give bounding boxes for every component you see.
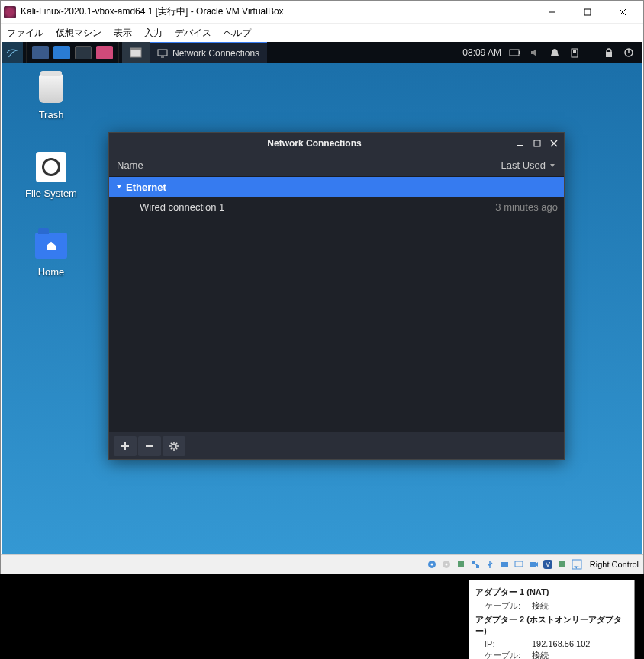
tooltip-cable-label: ケーブル: <box>485 600 532 612</box>
svg-line-29 <box>171 448 172 448</box>
svg-rect-39 <box>501 562 508 567</box>
nc-close-button[interactable] <box>549 138 559 149</box>
nc-minimize-button[interactable] <box>515 138 526 149</box>
svg-point-34 <box>445 563 447 565</box>
guest-desktop[interactable]: Network Connections 08:09 AM Trash <box>2 42 642 554</box>
nc-maximize-button[interactable] <box>532 138 543 149</box>
launcher-desktop-icon[interactable] <box>32 46 49 59</box>
menu-devices[interactable]: デバイス <box>175 27 211 40</box>
svg-rect-12 <box>606 52 612 57</box>
taskbar-item-window[interactable] <box>122 42 150 63</box>
tooltip-cable-value: 接続 <box>532 600 549 612</box>
svg-rect-1 <box>584 9 591 15</box>
plus-icon <box>120 441 130 452</box>
vbox-app-icon <box>4 6 16 18</box>
tooltip-ip-value: 192.168.56.102 <box>532 639 590 648</box>
sb-audio-icon[interactable] <box>455 558 467 571</box>
svg-line-30 <box>176 442 177 443</box>
sb-recording-icon[interactable] <box>527 558 539 571</box>
nc-title: Network Connections <box>114 138 515 149</box>
menu-help[interactable]: ヘルプ <box>224 27 251 40</box>
svg-rect-6 <box>158 50 167 56</box>
nc-group-label: Ethernet <box>126 182 166 193</box>
sb-shared-folders-icon[interactable] <box>498 558 510 571</box>
sb-usb-icon[interactable] <box>484 558 496 571</box>
nc-group-ethernet[interactable]: Ethernet <box>109 177 564 197</box>
column-last-used-label: Last Used <box>501 159 546 171</box>
desktop-icon-label: File System <box>25 188 77 199</box>
lock-icon[interactable] <box>603 47 615 59</box>
tooltip-cable2-label: ケーブル: <box>485 650 532 659</box>
svg-point-22 <box>172 444 176 448</box>
virtualbox-window: Kali-Linux-2020.1-vbox-amd64 1 [実行中] - O… <box>0 0 644 574</box>
battery-icon[interactable] <box>509 47 521 59</box>
launcher-app-icon[interactable] <box>96 46 113 59</box>
tooltip-ip-label: IP: <box>485 639 532 648</box>
desktop-icon-trash[interactable]: Trash <box>17 72 85 121</box>
desktop-icon-filesystem[interactable]: File System <box>17 151 85 199</box>
hostkey-indicator[interactable]: Right Control <box>590 560 639 569</box>
sb-vboxlogo-icon[interactable]: V <box>542 558 554 571</box>
svg-rect-44 <box>559 561 565 567</box>
nc-connection-item[interactable]: Wired connection 1 3 minutes ago <box>109 197 564 217</box>
svg-rect-37 <box>476 565 479 568</box>
vbox-menubar: ファイル 仮想マシン 表示 入力 デバイス ヘルプ <box>1 24 643 42</box>
notifications-icon[interactable] <box>549 47 561 59</box>
svg-rect-41 <box>530 562 536 567</box>
svg-text:V: V <box>546 561 550 568</box>
nc-list[interactable]: Ethernet Wired connection 1 3 minutes ag… <box>109 177 564 432</box>
logout-icon[interactable] <box>623 47 635 59</box>
svg-line-38 <box>473 564 478 565</box>
add-connection-button[interactable] <box>114 436 137 456</box>
power-icon[interactable] <box>568 47 581 59</box>
gear-icon <box>169 441 179 452</box>
nc-list-header: Name Last Used <box>109 154 564 177</box>
svg-rect-40 <box>515 561 523 567</box>
svg-rect-35 <box>458 561 464 567</box>
taskbar-item-network-connections[interactable]: Network Connections <box>150 42 267 63</box>
sb-harddisk-icon[interactable] <box>426 558 438 571</box>
column-name[interactable]: Name <box>117 159 501 171</box>
tooltip-adapter2-title: アダプター 2 (ホストオンリーアダプター) <box>475 614 628 637</box>
launcher-files-icon[interactable] <box>53 46 70 59</box>
expand-arrow-icon <box>115 183 123 191</box>
kali-menu-icon[interactable] <box>2 42 23 63</box>
tooltip-cable2-value: 接続 <box>532 650 549 659</box>
remove-connection-button[interactable] <box>138 436 161 456</box>
menu-input[interactable]: 入力 <box>144 27 163 40</box>
desktop-icons: Trash File System Home <box>17 72 85 278</box>
svg-rect-5 <box>130 48 141 50</box>
svg-line-27 <box>171 442 172 443</box>
sb-display-icon[interactable] <box>513 558 525 571</box>
minimize-button[interactable] <box>535 2 570 23</box>
desktop-icon-label: Trash <box>39 109 64 121</box>
panel-separator <box>118 42 119 63</box>
menu-machine[interactable]: 仮想マシン <box>56 27 101 40</box>
maximize-button[interactable] <box>570 2 605 23</box>
sb-cpu-icon[interactable] <box>556 558 568 571</box>
vbox-statusbar: V Right Control <box>1 554 643 574</box>
column-last-used[interactable]: Last Used <box>501 159 556 171</box>
sb-network-icon[interactable] <box>469 558 481 571</box>
vbox-titlebar[interactable]: Kali-Linux-2020.1-vbox-amd64 1 [実行中] - O… <box>1 1 643 24</box>
sb-mouse-icon[interactable] <box>571 558 583 571</box>
close-button[interactable] <box>605 2 640 23</box>
launcher-terminal-icon[interactable] <box>75 46 92 59</box>
kali-panel: Network Connections 08:09 AM <box>2 42 642 63</box>
svg-rect-11 <box>573 50 576 53</box>
sort-arrow-icon <box>549 162 556 169</box>
clock[interactable]: 08:09 AM <box>462 47 501 58</box>
nc-titlebar[interactable]: Network Connections <box>109 133 564 154</box>
edit-connection-button[interactable] <box>163 436 185 456</box>
svg-line-28 <box>176 448 177 448</box>
network-connections-dialog[interactable]: Network Connections Name Last Used Ether… <box>108 132 565 460</box>
desktop-icon-home[interactable]: Home <box>17 230 85 278</box>
volume-icon[interactable] <box>529 47 541 59</box>
tooltip-adapter1-title: アダプター 1 (NAT) <box>475 587 628 598</box>
nc-item-last-used: 3 minutes ago <box>495 201 558 213</box>
sb-optical-icon[interactable] <box>440 558 452 571</box>
menu-view[interactable]: 表示 <box>114 27 132 40</box>
menu-file[interactable]: ファイル <box>7 27 43 40</box>
svg-rect-8 <box>510 50 519 56</box>
desktop-icon-label: Home <box>38 266 65 278</box>
